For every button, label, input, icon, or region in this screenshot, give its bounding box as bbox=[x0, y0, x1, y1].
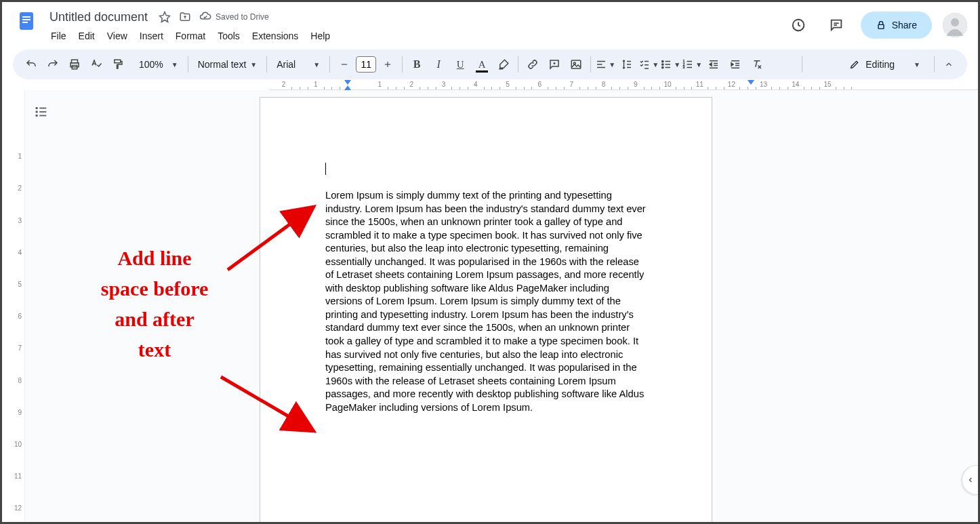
font-size-input[interactable] bbox=[356, 56, 376, 73]
svg-rect-0 bbox=[20, 12, 33, 30]
svg-point-52 bbox=[36, 108, 37, 109]
increase-font-size-button[interactable] bbox=[377, 54, 398, 75]
menu-view[interactable]: View bbox=[102, 28, 133, 44]
svg-rect-13 bbox=[115, 60, 121, 63]
menu-insert[interactable]: Insert bbox=[134, 28, 169, 44]
chevron-down-icon: ▼ bbox=[313, 61, 320, 68]
lock-icon bbox=[876, 20, 886, 31]
svg-point-56 bbox=[36, 115, 37, 117]
menu-extensions[interactable]: Extensions bbox=[247, 28, 304, 44]
svg-rect-3 bbox=[22, 22, 28, 23]
title-area: Untitled document Saved to Drive File Ed… bbox=[45, 7, 779, 44]
svg-text:3: 3 bbox=[683, 65, 685, 69]
font-dropdown[interactable]: Arial▼ bbox=[271, 59, 325, 70]
insert-link-button[interactable] bbox=[523, 54, 543, 75]
menu-help[interactable]: Help bbox=[305, 28, 335, 44]
star-icon[interactable] bbox=[159, 11, 171, 23]
insert-image-button[interactable] bbox=[566, 54, 586, 75]
svg-point-30 bbox=[662, 60, 663, 62]
chevron-down-icon: ▼ bbox=[171, 61, 178, 68]
underline-button[interactable]: U bbox=[450, 54, 470, 75]
bulleted-list-button[interactable]: ▼ bbox=[660, 54, 680, 75]
styles-dropdown[interactable]: Normal text▼ bbox=[192, 59, 262, 70]
separator bbox=[518, 56, 518, 73]
clear-formatting-button[interactable] bbox=[747, 54, 767, 75]
header-right: Share bbox=[785, 12, 967, 39]
history-icon[interactable] bbox=[785, 12, 812, 39]
move-icon[interactable] bbox=[179, 11, 191, 23]
chevron-down-icon: ▼ bbox=[914, 61, 920, 68]
menu-bar: File Edit View Insert Format Tools Exten… bbox=[45, 28, 779, 44]
bold-button[interactable]: B bbox=[407, 54, 427, 75]
document-body-text[interactable]: Lorem Ipsum is simply dummy text of the … bbox=[325, 189, 647, 414]
text-cursor bbox=[325, 163, 326, 175]
share-label: Share bbox=[892, 20, 917, 31]
svg-rect-19 bbox=[571, 60, 581, 68]
app-header: Untitled document Saved to Drive File Ed… bbox=[2, 2, 978, 44]
svg-point-32 bbox=[662, 66, 663, 68]
decrease-indent-button[interactable] bbox=[703, 54, 724, 75]
menu-file[interactable]: File bbox=[45, 28, 72, 44]
redo-button[interactable] bbox=[43, 54, 63, 75]
saved-label: Saved to Drive bbox=[216, 12, 269, 22]
pencil-icon bbox=[849, 59, 860, 70]
document-page[interactable]: Lorem Ipsum is simply dummy text of the … bbox=[260, 97, 712, 522]
separator bbox=[590, 56, 591, 73]
chevron-down-icon: ▼ bbox=[250, 61, 257, 68]
outline-toggle-button[interactable] bbox=[32, 102, 51, 121]
toolbar-container: 100%▼ Normal text▼ Arial▼ B I U A ▼ ▼ ▼ … bbox=[2, 44, 978, 79]
document-scroll-area[interactable]: Lorem Ipsum is simply dummy text of the … bbox=[25, 90, 978, 522]
svg-point-9 bbox=[951, 18, 959, 26]
collapse-toolbar-button[interactable] bbox=[939, 54, 959, 75]
italic-button[interactable]: I bbox=[428, 54, 449, 75]
cloud-saved-icon[interactable]: Saved to Drive bbox=[199, 11, 269, 23]
numbered-list-button[interactable]: 123▼ bbox=[682, 54, 702, 75]
print-button[interactable] bbox=[64, 54, 85, 75]
separator bbox=[266, 56, 267, 73]
menu-tools[interactable]: Tools bbox=[212, 28, 245, 44]
svg-rect-7 bbox=[878, 24, 884, 28]
align-button[interactable]: ▼ bbox=[595, 54, 615, 75]
highlight-button[interactable] bbox=[493, 54, 514, 75]
separator bbox=[934, 56, 935, 73]
paint-format-button[interactable] bbox=[108, 54, 128, 75]
horizontal-ruler[interactable]: 21123456789101112131415 bbox=[25, 79, 978, 90]
comments-icon[interactable] bbox=[823, 12, 850, 39]
increase-indent-button[interactable] bbox=[725, 54, 746, 75]
separator bbox=[329, 56, 330, 73]
zoom-value: 100% bbox=[135, 59, 167, 70]
mode-dropdown[interactable]: Editing ▼ bbox=[840, 54, 930, 75]
style-value: Normal text bbox=[198, 59, 247, 70]
separator bbox=[188, 56, 188, 73]
svg-rect-2 bbox=[22, 19, 30, 20]
mode-label: Editing bbox=[865, 59, 895, 70]
docs-logo[interactable] bbox=[13, 7, 40, 35]
account-avatar[interactable] bbox=[943, 13, 967, 37]
font-value: Arial bbox=[277, 59, 295, 70]
svg-rect-1 bbox=[22, 16, 30, 18]
spellcheck-button[interactable] bbox=[86, 54, 106, 75]
doc-title[interactable]: Untitled document bbox=[45, 9, 152, 26]
insert-comment-button[interactable] bbox=[544, 54, 565, 75]
line-spacing-button[interactable] bbox=[617, 54, 637, 75]
zoom-dropdown[interactable]: 100%▼ bbox=[129, 59, 184, 70]
content-area: 12345678910111213 Lorem Ipsum is simply … bbox=[2, 90, 978, 522]
toolbar: 100%▼ Normal text▼ Arial▼ B I U A ▼ ▼ ▼ … bbox=[13, 49, 967, 79]
share-button[interactable]: Share bbox=[861, 12, 932, 39]
separator bbox=[802, 56, 802, 73]
checklist-button[interactable]: ▼ bbox=[638, 54, 659, 75]
decrease-font-size-button[interactable] bbox=[334, 54, 354, 75]
svg-point-54 bbox=[36, 111, 37, 113]
separator bbox=[402, 56, 403, 73]
undo-button[interactable] bbox=[21, 54, 41, 75]
menu-edit[interactable]: Edit bbox=[73, 28, 100, 44]
text-color-button[interactable]: A bbox=[472, 54, 492, 75]
svg-point-31 bbox=[662, 64, 663, 65]
vertical-ruler[interactable]: 12345678910111213 bbox=[2, 90, 25, 522]
menu-format[interactable]: Format bbox=[170, 28, 211, 44]
